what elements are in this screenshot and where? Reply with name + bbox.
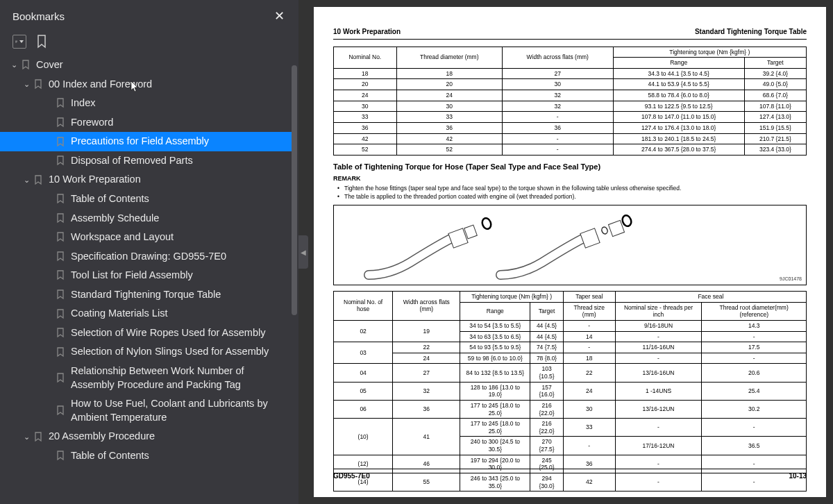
- bookmark-label: Selection of Wire Ropes Used for Assembl…: [71, 326, 289, 340]
- bookmark-item[interactable]: Selection of Wire Ropes Used for Assembl…: [0, 324, 294, 343]
- bookmark-item[interactable]: Index: [0, 94, 294, 113]
- bookmark-label: 20 Assembly Procedure: [49, 430, 289, 444]
- bookmark-label: Precautions for Field Assembly: [71, 135, 289, 149]
- expand-chevron-icon[interactable]: ⌄: [21, 432, 32, 442]
- svg-point-7: [601, 226, 609, 235]
- page-header-right: Standard Tightening Torque Table: [695, 28, 807, 37]
- table-row: 20203044.1 to 53.9 {4.5 to 5.5}49.0 {5.0…: [334, 79, 807, 90]
- torque-table-1: Nominal No. Thread diameter (mm) Width a…: [333, 47, 807, 156]
- svg-rect-6: [580, 228, 600, 248]
- hose-fitting-figure: 9JC01478: [333, 205, 807, 285]
- bookmark-icon: [54, 309, 67, 319]
- table-row: 0636177 to 245 {18.0 to 25.0}216 {22.0}3…: [334, 400, 807, 418]
- bookmark-label: Tool List for Field Assembly: [71, 269, 289, 283]
- scrollbar-thumb[interactable]: [292, 65, 297, 315]
- bookmark-item[interactable]: ⌄10 Work Preparation: [0, 170, 294, 190]
- col-width-flats: Width across flats (mm): [502, 47, 613, 68]
- bookmark-label: Workspace and Layout: [71, 230, 289, 244]
- bookmark-item[interactable]: Disposal of Removed Parts: [0, 151, 294, 171]
- table-row: (10)41177 to 245 {18.0 to 25.0}216 {22.0…: [334, 419, 807, 437]
- bookmark-item[interactable]: Coating Materials List: [0, 304, 294, 324]
- table-row: 30303293.1 to 122.5 {9.5 to 12.5}107.8 {…: [334, 101, 807, 112]
- table-row: 042784 to 132 {8.5 to 13.5}103 {10.5}221…: [334, 364, 807, 382]
- bookmark-ribbon-icon[interactable]: [36, 35, 50, 49]
- table-row: 021934 to 54 {3.5 to 5.5}44 {4.5}-9/16-1…: [334, 320, 807, 331]
- bookmark-icon: [54, 98, 67, 108]
- bookmark-label: Selection of Nylon Slings Used for Assem…: [71, 345, 289, 359]
- bookmark-item[interactable]: Specification Drawing: GD955-7E0: [0, 247, 294, 267]
- bookmark-icon: [54, 232, 67, 242]
- bookmark-icon: [54, 251, 67, 262]
- expand-chevron-icon[interactable]: ⌄: [8, 60, 19, 70]
- bookmark-item[interactable]: ⌄Cover: [0, 56, 294, 75]
- col-torque-group: Tightening torque (Nm {kgfm} ): [613, 47, 806, 58]
- document-viewport[interactable]: 10 Work Preparation Standard Tightening …: [314, 0, 833, 504]
- svg-rect-0: [15, 41, 17, 42]
- bookmark-item[interactable]: Table of Contents: [0, 446, 294, 466]
- pdf-page: 10 Work Preparation Standard Tightening …: [314, 7, 826, 497]
- table-row: 5252-274.4 to 367.5 {28.0 to 37.5}323.4 …: [334, 144, 807, 156]
- bookmark-item[interactable]: Relationship Between Work Number of Asse…: [0, 362, 294, 394]
- bookmarks-header: Bookmarks ✕: [0, 0, 298, 31]
- bookmark-icon: [54, 213, 67, 224]
- bookmark-tree[interactable]: ⌄Cover⌄00 Index and ForewordIndexForewor…: [0, 56, 298, 504]
- bookmark-label: 00 Index and Foreword: [49, 78, 289, 92]
- svg-rect-2: [15, 42, 17, 43]
- table-row: 4242-181.3 to 240.1 {18.5 to 24.5}210.7 …: [334, 133, 807, 144]
- expand-chevron-icon[interactable]: ⌄: [21, 175, 32, 185]
- svg-rect-1: [15, 42, 17, 42]
- bookmark-item[interactable]: Selection of Nylon Slings Used for Assem…: [0, 342, 294, 362]
- torque-table-2: Nominal No. of hose Width across flats (…: [333, 291, 807, 492]
- bookmark-icon: [32, 175, 44, 185]
- bookmark-label: Foreword: [71, 116, 289, 130]
- bookmark-item[interactable]: Workspace and Layout: [0, 228, 294, 247]
- table-row: 032254 to 93 {5.5 to 9.5}74 {7.5}-11/16-…: [334, 342, 807, 353]
- svg-point-9: [621, 214, 632, 227]
- bookmark-item[interactable]: Tool List for Field Assembly: [0, 266, 294, 285]
- table-row: 363636127.4 to 176.4 {13.0 to 18.0}151.9…: [334, 122, 807, 133]
- splitter-handle-icon[interactable]: ◀: [298, 235, 308, 269]
- bookmark-label: Disposal of Removed Parts: [71, 154, 289, 168]
- bookmarks-toolbar: [0, 31, 298, 56]
- bookmark-item[interactable]: Table of Contents: [0, 190, 294, 209]
- bookmarks-title: Bookmarks: [12, 10, 65, 22]
- bookmark-label: Standard Tightening Torque Table: [71, 288, 289, 302]
- col-range: Range: [613, 58, 744, 69]
- close-panel-button[interactable]: ✕: [270, 7, 289, 25]
- bookmark-icon: [19, 60, 32, 70]
- bookmark-icon: [54, 451, 67, 461]
- bookmark-item[interactable]: Precautions for Field Assembly: [0, 132, 294, 151]
- bookmark-label: Table of Contents: [71, 449, 289, 463]
- bookmark-icon: [54, 328, 67, 338]
- bookmark-item[interactable]: Foreword: [0, 113, 294, 133]
- bookmark-options-dropdown[interactable]: [12, 35, 26, 49]
- table-row: 3333-107.8 to 147.0 {11.0 to 15.0}127.4 …: [334, 112, 807, 123]
- bookmark-item[interactable]: Standard Tightening Torque Table: [0, 285, 294, 305]
- bookmark-icon: [54, 289, 67, 300]
- bookmark-label: Coating Materials List: [71, 307, 289, 321]
- table-row: 18182734.3 to 44.1 {3.5 to 4.5}39.2 {4.0…: [334, 68, 807, 79]
- page-header-left: 10 Work Preparation: [333, 28, 401, 37]
- col-thread-dia: Thread diameter (mm): [396, 47, 502, 68]
- remark-bullet: The table is applied to the threaded por…: [337, 193, 807, 201]
- bookmark-item[interactable]: How to Use Fuel, Coolant and Lubricants …: [0, 394, 294, 427]
- panel-splitter[interactable]: ◀: [298, 0, 314, 504]
- table-row: 0532128 to 186 {13.0 to 19.0}157 {16.0}2…: [334, 382, 807, 400]
- table-row: 24243258.8 to 78.4 {6.0 to 8.0}68.6 {7.0…: [334, 90, 807, 101]
- expand-chevron-icon[interactable]: ⌄: [21, 79, 32, 90]
- bookmark-label: Specification Drawing: GD955-7E0: [71, 250, 289, 264]
- bookmark-label: Cover: [36, 58, 289, 72]
- bookmark-icon: [54, 117, 67, 128]
- bookmark-item[interactable]: ⌄00 Index and Foreword: [0, 75, 294, 94]
- bookmark-icon: [54, 347, 67, 358]
- bookmark-item[interactable]: ⌄20 Assembly Procedure: [0, 427, 294, 446]
- bookmark-label: Table of Contents: [71, 192, 289, 206]
- bookmark-icon: [54, 194, 67, 204]
- remark-bullet: Tighten the hose fittings (taper seal ty…: [337, 185, 807, 192]
- bookmark-icon: [54, 405, 67, 416]
- bookmark-label: 10 Work Preparation: [49, 173, 289, 187]
- col-nominal: Nominal No.: [334, 47, 397, 68]
- bookmark-item[interactable]: Assembly Schedule: [0, 209, 294, 228]
- bookmarks-panel: Bookmarks ✕ ⌄Cover⌄00 Index and Foreword…: [0, 0, 298, 504]
- bookmark-icon: [54, 156, 67, 166]
